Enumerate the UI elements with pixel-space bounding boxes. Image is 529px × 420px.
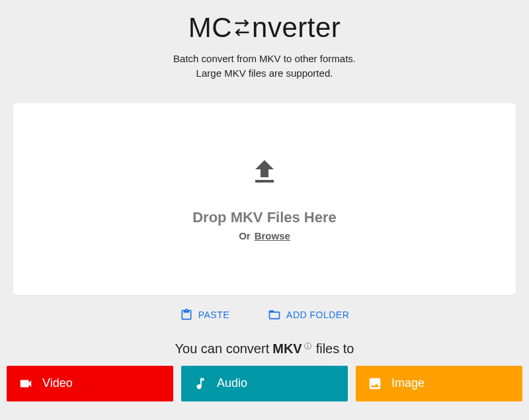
convert-icon: [233, 19, 251, 37]
folder-icon: [268, 308, 281, 321]
drop-title: Drop MKV Files Here: [192, 209, 337, 226]
file-dropzone[interactable]: Drop MKV Files Here Or Browse: [13, 103, 516, 295]
drop-or: Or: [239, 230, 251, 241]
info-icon[interactable]: ⓘ: [304, 341, 311, 351]
convert-heading: You can convert MKV ⓘ files to: [0, 341, 529, 357]
tab-image-label: Image: [391, 376, 425, 390]
subtitle-line2: Large MKV files are supported.: [0, 66, 529, 81]
image-icon: [368, 376, 382, 391]
subtitle-line1: Batch convert from MKV to other formats.: [0, 52, 529, 66]
convert-prefix: You can convert: [175, 341, 270, 357]
add-folder-button[interactable]: ADD FOLDER: [265, 304, 352, 325]
tab-image[interactable]: Image: [356, 366, 522, 401]
upload-icon: [249, 156, 280, 190]
videocam-icon: [19, 376, 33, 391]
add-folder-label: ADD FOLDER: [286, 310, 349, 320]
tab-audio[interactable]: Audio: [181, 366, 348, 401]
browse-link[interactable]: Browse: [255, 230, 290, 241]
music-note-icon: [193, 376, 208, 391]
brand-logo: MC nverter: [188, 12, 341, 44]
clipboard-icon: [180, 308, 193, 321]
brand-prefix: MC: [188, 12, 232, 44]
convert-suffix: files to: [316, 341, 354, 357]
tab-audio-label: Audio: [217, 376, 247, 390]
paste-label: PASTE: [198, 310, 229, 320]
tab-video[interactable]: Video: [7, 366, 173, 401]
convert-format: MKV: [272, 341, 302, 356]
tab-video-label: Video: [42, 376, 73, 390]
subtitle: Batch convert from MKV to other formats.…: [0, 52, 529, 81]
paste-button[interactable]: PASTE: [177, 304, 232, 325]
brand-suffix: nverter: [252, 12, 341, 44]
